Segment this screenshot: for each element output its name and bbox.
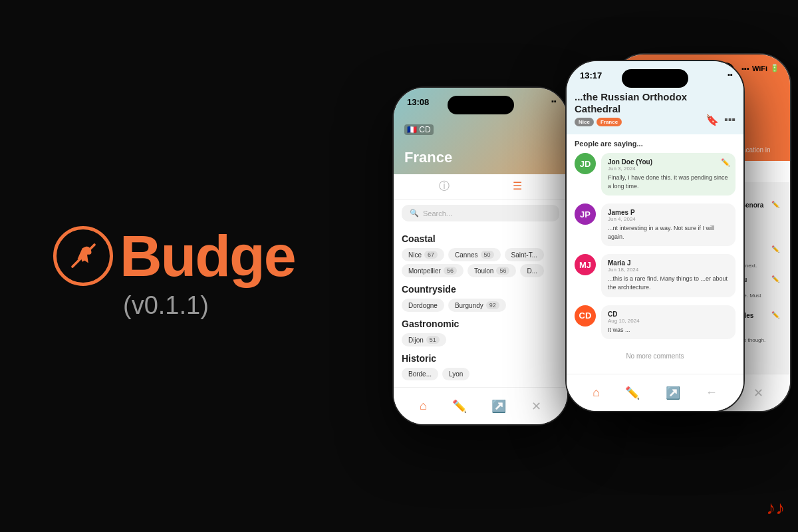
- france-title: France: [404, 149, 452, 166]
- comment-text-jamesp: ...nt interesting in a way. Not sure if …: [608, 224, 729, 241]
- app-name: Budge: [120, 227, 295, 285]
- nav-home-front[interactable]: ⌂: [593, 386, 600, 400]
- coastal-cities-2: Montpellier 56 Toulon 56 D...: [402, 264, 559, 277]
- logo-container: Budge: [53, 226, 295, 286]
- edit-icon-2[interactable]: ✏️: [771, 245, 779, 253]
- phone-mockups-section: 13:17 ▪▪▪ WiFi 🔋 🐸 Jon Doe Hello! Lookin…: [372, 0, 798, 532]
- tab-bar-france: ⓘ ☰: [394, 174, 567, 200]
- status-time-front: 13:17: [580, 70, 602, 80]
- comment-date-mariaj: Jun 18, 2024: [608, 267, 729, 273]
- comment-avatar-cd: CD: [575, 305, 596, 327]
- comment-bubble-mariaj: Maria J Jun 18, 2024 ...this is a rare f…: [601, 254, 735, 297]
- countryside-cities: Dordogne Burgundy 92: [402, 299, 559, 312]
- no-more-comments: No more comments: [575, 347, 735, 365]
- city-cannes[interactable]: Cannes 50: [448, 248, 500, 261]
- edit-comment-jondoe[interactable]: ✏️: [721, 158, 730, 167]
- comment-header-title: ...the Russian Orthodox Cathedral: [575, 91, 706, 115]
- bottom-nav-middle: ⌂ ✏️ ↗️ ✕: [394, 387, 567, 424]
- city-dordogne[interactable]: Dordogne: [402, 299, 444, 312]
- nav-close-middle[interactable]: ✕: [531, 399, 541, 414]
- nav-share-middle[interactable]: ↗️: [491, 399, 506, 414]
- edit-icon-4[interactable]: ✏️: [771, 311, 779, 319]
- historic-cities: Borde... Lyon: [402, 368, 559, 380]
- dynamic-island-middle: [448, 96, 514, 114]
- comment-header-icons: 🔖 ▪▪▪: [706, 114, 735, 126]
- bookmark-icon[interactable]: 🔖: [706, 114, 719, 126]
- comment-date-cd: Aug 10, 2024: [608, 318, 729, 324]
- tab-info[interactable]: ⓘ: [439, 180, 450, 194]
- city-dijon[interactable]: Dijon 51: [402, 333, 446, 346]
- status-time-middle: 13:08: [407, 97, 429, 107]
- logo-section: Budge (v0.1.1): [0, 213, 295, 320]
- comment-text-cd: It was ...: [608, 326, 729, 334]
- city-nice[interactable]: Nice 67: [402, 248, 444, 261]
- comment-item-jamesp: JP James P Jun 4, 2024 ...nt interesting…: [575, 203, 735, 246]
- status-icons-front: ▪▪: [728, 70, 733, 78]
- categories-list: Coastal Nice 67 Cannes 50 Saint-T... Mon…: [394, 227, 567, 402]
- comments-body: People are saying... JD ✏️ Jon Doe (You)…: [567, 134, 743, 367]
- comment-name-cd: CD: [608, 311, 729, 318]
- bottom-nav-front: ⌂ ✏️ ↗️ ←: [567, 374, 743, 411]
- city-lyon[interactable]: Lyon: [442, 368, 469, 380]
- category-countryside: Countryside: [402, 284, 559, 295]
- dynamic-island-front: [622, 69, 688, 88]
- nav-share-front[interactable]: ↗️: [666, 386, 680, 400]
- nav-edit-front[interactable]: ✏️: [625, 386, 640, 400]
- nav-close-back[interactable]: ✕: [753, 386, 763, 400]
- airplane-icon: [65, 237, 102, 274]
- comment-bubble-cd: CD Aug 10, 2024 It was ...: [601, 305, 735, 340]
- search-icon: 🔍: [410, 209, 419, 217]
- app-version: (v0.1.1): [123, 291, 209, 320]
- city-bordeaux[interactable]: Borde...: [402, 368, 438, 380]
- city-burgundy[interactable]: Burgundy 92: [448, 299, 506, 312]
- tag-badges: Nice France: [575, 118, 706, 126]
- city-d[interactable]: D...: [520, 264, 544, 277]
- comment-item-jondoe: JD ✏️ Jon Doe (You) Jun 3, 2024 Finally,…: [575, 153, 735, 196]
- comment-text-jondoe: Finally, I have done this. It was pendin…: [608, 174, 729, 190]
- comment-name-jamesp: James P: [608, 209, 729, 216]
- tab-list[interactable]: ☰: [513, 180, 522, 194]
- comment-name-jondoe: Jon Doe (You): [608, 158, 729, 166]
- comment-text-mariaj: ...this is a rare find. Many things to .…: [608, 275, 729, 291]
- tag-france: France: [597, 118, 622, 126]
- status-icons-back: ▪▪▪ WiFi 🔋: [741, 64, 779, 72]
- comment-date-jondoe: Jun 3, 2024: [608, 166, 729, 172]
- soundcloud-icon: ♪♪: [766, 497, 785, 518]
- edit-icon-3[interactable]: ✏️: [771, 275, 779, 283]
- status-icons-middle: ▪▪: [551, 97, 557, 105]
- phone-france-list: 13:08 ▪▪ 🇫🇷 CD France ⓘ ☰ 🔍 Search... Co…: [392, 86, 569, 426]
- comment-name-mariaj: Maria J: [608, 259, 729, 267]
- category-gastronomic: Gastronomic: [402, 319, 559, 329]
- comment-bubble-jondoe: ✏️ Jon Doe (You) Jun 3, 2024 Finally, I …: [601, 153, 735, 196]
- category-coastal: Coastal: [402, 233, 559, 244]
- city-montpellier[interactable]: Montpellier 56: [402, 264, 464, 277]
- logo-icon-circle: [53, 226, 113, 286]
- city-saint-tropez[interactable]: Saint-T...: [505, 248, 544, 261]
- bottom-right-icon: ♪♪: [766, 497, 785, 519]
- comment-avatar-jondoe: JD: [575, 153, 596, 174]
- search-bar-france[interactable]: 🔍 Search...: [402, 205, 559, 221]
- edit-icon-1[interactable]: ✏️: [771, 201, 779, 208]
- comment-item-mariaj: MJ Maria J Jun 18, 2024 ...this is a rar…: [575, 254, 735, 297]
- tag-nice: Nice: [575, 118, 594, 126]
- comment-avatar-jamesp: JP: [575, 203, 596, 225]
- comment-header-content: ...the Russian Orthodox Cathedral Nice F…: [575, 91, 706, 126]
- search-placeholder: Search...: [423, 209, 452, 217]
- phone-comments: 13:17 ▪▪ ...the Russian Orthodox Cathedr…: [565, 60, 745, 412]
- nav-edit-middle[interactable]: ✏️: [452, 399, 467, 414]
- comment-bubble-jamesp: James P Jun 4, 2024 ...nt interesting in…: [601, 203, 735, 246]
- people-saying-label: People are saying...: [575, 140, 735, 148]
- nav-back-front[interactable]: ←: [706, 386, 718, 400]
- city-toulon[interactable]: Toulon 56: [467, 264, 516, 277]
- comment-avatar-mariaj: MJ: [575, 254, 596, 275]
- nav-home-middle[interactable]: ⌂: [420, 399, 427, 413]
- coastal-cities: Nice 67 Cannes 50 Saint-T...: [402, 248, 559, 261]
- france-flag: 🇫🇷 CD: [404, 124, 434, 135]
- more-icon[interactable]: ▪▪▪: [724, 114, 735, 126]
- category-historic: Historic: [402, 353, 559, 364]
- comment-item-cd: CD CD Aug 10, 2024 It was ...: [575, 305, 735, 340]
- comment-date-jamesp: Jun 4, 2024: [608, 216, 729, 222]
- gastronomic-cities: Dijon 51: [402, 333, 559, 346]
